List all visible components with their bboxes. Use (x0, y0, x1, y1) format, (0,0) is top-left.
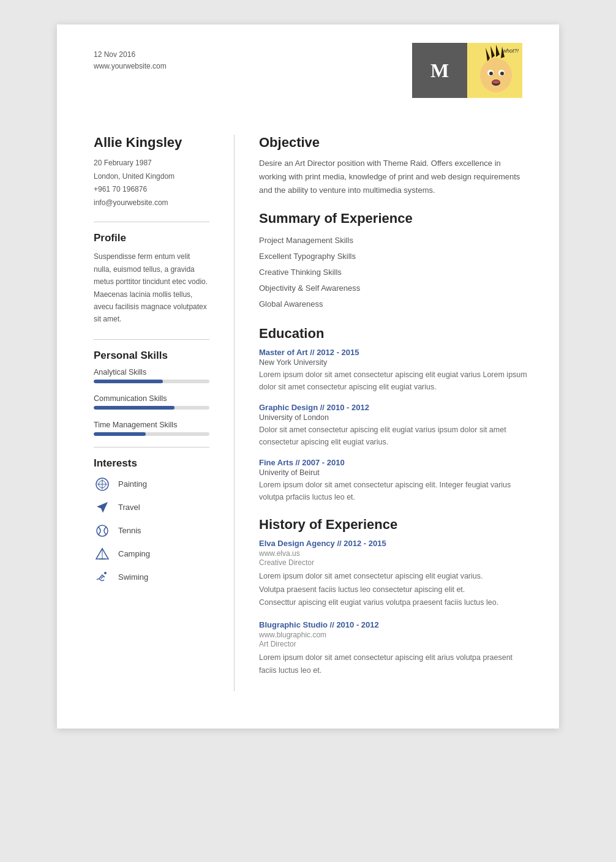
tennis-icon (94, 522, 111, 539)
profile-section: Profile Suspendisse ferm entum velit nul… (94, 232, 209, 325)
interest-swimming: Swiming (94, 569, 209, 586)
svg-point-18 (104, 572, 107, 574)
skill-analytical-label: Analytical Skills (94, 368, 209, 377)
exp-role-0: Creative Director (259, 558, 528, 567)
interests-title: Interests (94, 457, 209, 470)
svg-point-7 (489, 72, 493, 75)
summary-title: Summary of Experience (259, 211, 528, 227)
email: info@yourwebsite.com (94, 197, 209, 210)
summary-item-2: Creative Thinking Skills (259, 264, 528, 280)
interest-travel-label: Travel (118, 503, 140, 512)
edu-desc-0: Lorem ipsum dolor sit amet consectetur a… (259, 369, 528, 393)
exp-item-1: Blugraphic Studio // 2010 - 2012 www.blu… (259, 620, 528, 678)
education-section: Education Master of Art // 2012 - 2015 N… (259, 326, 528, 503)
profile-text: Suspendisse ferm entum velit nulla, euis… (94, 250, 209, 325)
location: London, United Kingdom (94, 170, 209, 184)
summary-item-1: Excellent Typography Skills (259, 249, 528, 264)
exp-url-0: www.elva.us (259, 549, 528, 558)
skill-communication: Communication Skills (94, 394, 209, 410)
edu-title-2: Fine Arts // 2007 - 2010 (259, 458, 528, 467)
interest-tennis: Tennis (94, 522, 209, 539)
skill-time: Time Management Skills (94, 421, 209, 436)
objective-text: Desire an Art Director position with The… (259, 157, 528, 197)
initial-box: M (412, 43, 467, 98)
objective-title: Objective (259, 135, 528, 151)
skill-analytical-bar-fill (94, 380, 163, 383)
skills-title: Personal Skills (94, 350, 209, 362)
avatar-box: whot?! (467, 43, 522, 98)
edu-desc-2: Lorem ipsum dolor sit amet consectetur a… (259, 479, 528, 503)
profile-title: Profile (94, 232, 209, 244)
svg-marker-2 (496, 45, 500, 57)
edu-school-0: New York University (259, 358, 528, 367)
exp-url-1: www.blugraphic.com (259, 631, 528, 639)
resume-page: 12 Nov 2016 www.yourwebsite.com M whot?! (57, 24, 559, 729)
skill-time-bar-bg (94, 432, 209, 436)
divider-1 (94, 222, 209, 222)
exp-title-0: Elva Design Agency // 2012 - 2015 (259, 539, 528, 548)
exp-desc-1: Lorem ipsum dolor sit amet consectetur a… (259, 651, 528, 678)
edu-item-1: Graphic Design // 2010 - 2012 University… (259, 403, 528, 448)
objective-section: Objective Desire an Art Director positio… (259, 135, 528, 197)
skill-time-label: Time Management Skills (94, 421, 209, 429)
svg-point-8 (500, 72, 504, 75)
left-column: Allie Kingsley 20 February 1987 London, … (57, 135, 235, 691)
svg-marker-0 (486, 48, 490, 62)
interest-camping: Camping (94, 545, 209, 563)
summary-item-4: Global Awareness (259, 296, 528, 312)
travel-icon (94, 499, 111, 516)
interest-travel: Travel (94, 499, 209, 516)
skill-communication-label: Communication Skills (94, 394, 209, 403)
interests-section: Interests Painting Travel (94, 457, 209, 586)
name-section: Allie Kingsley 20 February 1987 London, … (94, 135, 209, 209)
skill-communication-bar-fill (94, 406, 175, 410)
edu-title-1: Graphic Design // 2010 - 2012 (259, 403, 528, 412)
painting-icon (94, 476, 111, 493)
summary-list: Project Management Skills Excellent Typo… (259, 233, 528, 312)
header-images: M whot?! (412, 43, 522, 98)
history-section: History of Experience Elva Design Agency… (259, 517, 528, 677)
contact-info: 20 February 1987 London, United Kingdom … (94, 157, 209, 209)
skill-analytical-bar-bg (94, 380, 209, 383)
interest-tennis-label: Tennis (118, 526, 141, 535)
svg-point-10 (492, 80, 500, 84)
edu-title-0: Master of Art // 2012 - 2015 (259, 348, 528, 357)
exp-desc-0: Lorem ipsum dolor sit amet consectetur a… (259, 570, 528, 609)
history-title: History of Experience (259, 517, 528, 533)
whot-text: whot?! (502, 48, 519, 54)
divider-2 (94, 339, 209, 340)
edu-school-2: Univerity of Beirut (259, 468, 528, 477)
interest-swimming-label: Swiming (118, 572, 148, 582)
svg-point-14 (97, 525, 108, 536)
divider-3 (94, 447, 209, 448)
edu-item-2: Fine Arts // 2007 - 2010 Univerity of Be… (259, 458, 528, 503)
main-content: Allie Kingsley 20 February 1987 London, … (57, 122, 559, 716)
interest-painting-label: Painting (118, 479, 147, 489)
header: 12 Nov 2016 www.yourwebsite.com M whot?! (57, 24, 559, 122)
interest-camping-label: Camping (118, 549, 150, 558)
exp-role-1: Art Director (259, 640, 528, 648)
exp-item-0: Elva Design Agency // 2012 - 2015 www.el… (259, 539, 528, 609)
svg-marker-1 (490, 46, 495, 58)
edu-desc-1: Dolor sit amet consectetur apiscing elit… (259, 424, 528, 448)
skill-time-bar-fill (94, 432, 146, 436)
person-name: Allie Kingsley (94, 135, 209, 151)
summary-item-0: Project Management Skills (259, 233, 528, 249)
exp-title-1: Blugraphic Studio // 2010 - 2012 (259, 620, 528, 629)
skills-section: Personal Skills Analytical Skills Commun… (94, 350, 209, 436)
svg-point-4 (480, 58, 512, 92)
dob: 20 February 1987 (94, 157, 209, 170)
edu-school-1: University of London (259, 413, 528, 422)
education-title: Education (259, 326, 528, 342)
interest-painting: Painting (94, 476, 209, 493)
summary-section: Summary of Experience Project Management… (259, 211, 528, 312)
skill-communication-bar-bg (94, 406, 209, 410)
camping-icon (94, 545, 111, 563)
skill-analytical: Analytical Skills (94, 368, 209, 383)
swimming-icon (94, 569, 111, 586)
phone: +961 70 196876 (94, 183, 209, 197)
edu-item-0: Master of Art // 2012 - 2015 New York Un… (259, 348, 528, 393)
summary-item-3: Objectivity & Self Awareness (259, 280, 528, 296)
right-column: Objective Desire an Art Director positio… (235, 135, 559, 691)
